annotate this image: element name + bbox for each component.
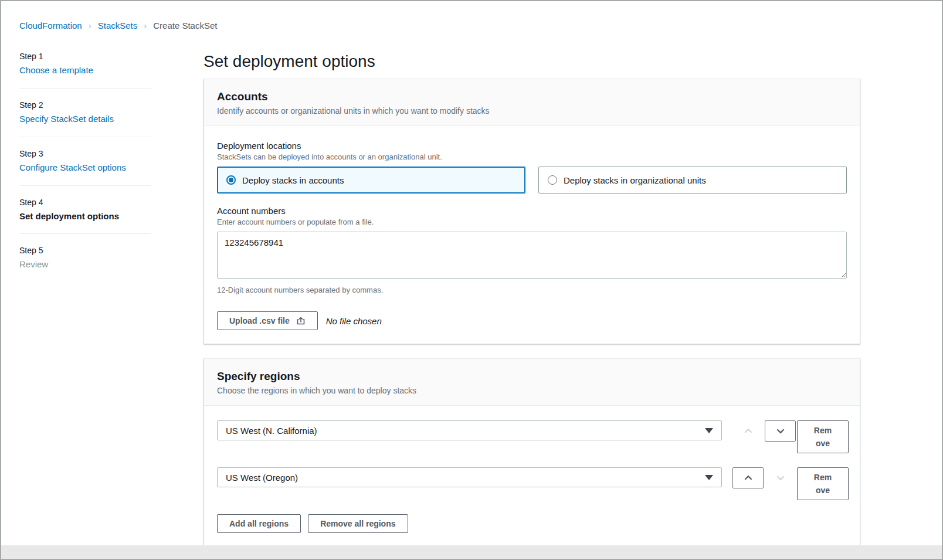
account-numbers-input[interactable]: 123245678941 bbox=[217, 232, 847, 279]
page-layout: Step 1 Choose a template Step 2 Specify … bbox=[1, 52, 942, 560]
window-bottom-edge bbox=[1, 545, 942, 559]
account-numbers-hint: 12-Digit account numbers separated by co… bbox=[217, 286, 847, 294]
sidebar-step-choose-a-template[interactable]: Choose a template bbox=[19, 65, 93, 75]
accounts-card-title: Accounts bbox=[217, 90, 847, 103]
radio-tile-deploy-stacks-in-accounts[interactable]: Deploy stacks in accounts bbox=[217, 167, 525, 194]
chevron-down-icon bbox=[775, 426, 786, 436]
main-content: Set deployment options Accounts Identify… bbox=[203, 52, 860, 560]
step-number: Step 4 bbox=[19, 198, 151, 207]
breadcrumb-separator-icon: › bbox=[144, 21, 147, 30]
dropdown-caret-icon bbox=[705, 428, 713, 433]
region-select-value: US West (Oregon) bbox=[226, 473, 298, 483]
add-all-regions-button[interactable]: Add all regions bbox=[217, 514, 301, 533]
accounts-card-subtitle: Identify accounts or organizational unit… bbox=[217, 106, 847, 116]
step-item-4: Step 4 Set deployment options bbox=[19, 185, 151, 233]
breadcrumb-cloudformation[interactable]: CloudFormation bbox=[19, 21, 82, 30]
chevron-up-icon bbox=[743, 473, 754, 483]
upload-csv-button[interactable]: Upload .csv file bbox=[217, 311, 318, 330]
region-actions: Add all regions Remove all regions bbox=[217, 514, 847, 533]
region-select[interactable]: US West (Oregon) bbox=[217, 467, 722, 487]
dropdown-caret-icon bbox=[705, 475, 713, 480]
step-number: Step 3 bbox=[19, 149, 151, 158]
regions-card-body: US West (N. California) bbox=[204, 406, 860, 547]
accounts-card-header: Accounts Identify accounts or organizati… bbox=[204, 79, 860, 126]
breadcrumb-stacksets[interactable]: StackSets bbox=[98, 21, 138, 30]
radio-tile-label: Deploy stacks in accounts bbox=[242, 175, 344, 185]
sidebar-step-review-disabled: Review bbox=[19, 259, 151, 269]
chevron-up-icon bbox=[743, 426, 754, 436]
sidebar-step-specify-stackset-details[interactable]: Specify StackSet details bbox=[19, 114, 114, 124]
deployment-locations-field: Deployment locations StackSets can be de… bbox=[217, 141, 847, 194]
regions-card-title: Specify regions bbox=[217, 370, 847, 383]
sidebar-step-configure-stackset-options[interactable]: Configure StackSet options bbox=[19, 162, 126, 172]
accounts-card: Accounts Identify accounts or organizati… bbox=[203, 79, 860, 344]
upload-icon bbox=[296, 316, 306, 325]
radio-tile-deploy-stacks-in-organizational-units[interactable]: Deploy stacks in organizational units bbox=[538, 167, 847, 194]
regions-card: Specify regions Choose the regions in wh… bbox=[203, 358, 860, 547]
deployment-locations-description: StackSets can be deployed into accounts … bbox=[217, 152, 847, 161]
upload-row: Upload .csv file No file chosen bbox=[217, 311, 847, 330]
sidebar-step-set-deployment-options-current: Set deployment options bbox=[19, 211, 151, 221]
deployment-location-tiles: Deploy stacks in accounts Deploy stacks … bbox=[217, 167, 847, 194]
account-numbers-description: Enter account numbers or populate from a… bbox=[217, 218, 847, 226]
breadcrumb-current-page: Create StackSet bbox=[153, 21, 217, 30]
accounts-card-body: Deployment locations StackSets can be de… bbox=[204, 126, 860, 344]
remove-all-regions-button[interactable]: Remove all regions bbox=[308, 514, 408, 533]
remove-region-button[interactable]: Remove bbox=[797, 467, 849, 500]
region-row: US West (Oregon) bbox=[217, 467, 847, 500]
step-number: Step 5 bbox=[19, 246, 151, 255]
region-row: US West (N. California) bbox=[217, 420, 847, 453]
account-numbers-field: Account numbers Enter account numbers or… bbox=[217, 206, 847, 294]
step-item-1: Step 1 Choose a template bbox=[19, 52, 151, 88]
breadcrumb-separator-icon: › bbox=[89, 21, 91, 30]
step-number: Step 1 bbox=[19, 52, 151, 61]
region-select[interactable]: US West (N. California) bbox=[217, 420, 722, 440]
deployment-locations-label: Deployment locations bbox=[217, 141, 847, 151]
step-item-3: Step 3 Configure StackSet options bbox=[19, 137, 151, 185]
radio-unchecked-icon bbox=[548, 175, 557, 185]
step-number: Step 2 bbox=[19, 100, 151, 110]
move-down-button[interactable] bbox=[765, 467, 796, 488]
steps-sidebar: Step 1 Choose a template Step 2 Specify … bbox=[1, 52, 203, 560]
step-item-5: Step 5 Review bbox=[19, 233, 151, 281]
account-numbers-label: Account numbers bbox=[217, 206, 847, 216]
window: CloudFormation › StackSets › Create Stac… bbox=[0, 0, 943, 560]
breadcrumb: CloudFormation › StackSets › Create Stac… bbox=[1, 1, 942, 30]
remove-region-button[interactable]: Remove bbox=[797, 420, 849, 453]
region-select-value: US West (N. California) bbox=[226, 426, 317, 436]
regions-card-header: Specify regions Choose the regions in wh… bbox=[204, 359, 860, 406]
regions-card-subtitle: Choose the regions in which you want to … bbox=[217, 386, 847, 395]
move-down-button[interactable] bbox=[765, 420, 796, 442]
radio-tile-label: Deploy stacks in organizational units bbox=[564, 175, 706, 185]
page-title: Set deployment options bbox=[203, 52, 860, 72]
move-up-button[interactable] bbox=[732, 467, 764, 488]
radio-checked-icon bbox=[226, 175, 236, 185]
step-item-2: Step 2 Specify StackSet details bbox=[19, 88, 151, 137]
upload-button-label: Upload .csv file bbox=[229, 316, 290, 325]
file-status-text: No file chosen bbox=[326, 316, 382, 326]
chevron-down-icon bbox=[775, 473, 786, 483]
move-up-button[interactable] bbox=[732, 420, 764, 442]
